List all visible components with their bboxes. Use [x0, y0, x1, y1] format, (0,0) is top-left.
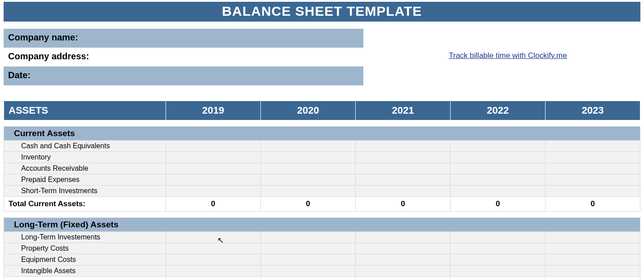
company-info-block: Company name: Company address: Date: Tra…: [4, 29, 640, 92]
total-value[interactable]: 0: [546, 277, 640, 279]
table-header-row: ASSETS 2019 2020 2021 2022 2023: [4, 101, 640, 120]
total-value[interactable]: 0: [451, 197, 546, 212]
cell-input[interactable]: [356, 174, 451, 186]
cell-input[interactable]: [166, 163, 261, 174]
cell-input[interactable]: [356, 243, 451, 254]
cell-input[interactable]: [451, 254, 546, 266]
total-label[interactable]: Total Long-Term (Fixed) Assets:: [4, 277, 166, 279]
total-row: Total Current Assets:00000: [4, 197, 640, 212]
cell-input[interactable]: [356, 141, 451, 152]
cell-input[interactable]: [451, 186, 546, 197]
total-value[interactable]: 0: [546, 197, 640, 212]
cell-input[interactable]: [166, 152, 261, 163]
header-year-2021[interactable]: 2021: [356, 101, 451, 120]
table-row: Inventory: [4, 152, 640, 163]
total-label[interactable]: Total Current Assets:: [4, 197, 166, 212]
header-year-2020[interactable]: 2020: [261, 101, 356, 120]
cell-input[interactable]: [546, 232, 640, 243]
cell-input[interactable]: [261, 254, 356, 266]
date-label[interactable]: Date:: [4, 66, 363, 85]
row-label[interactable]: Property Costs: [4, 243, 166, 254]
row-label[interactable]: Inventory: [4, 152, 166, 163]
row-label[interactable]: Short-Term Investments: [4, 186, 166, 197]
cell-input[interactable]: [166, 232, 261, 243]
table-row: Long-Term Investements: [4, 232, 640, 243]
cell-input[interactable]: [261, 174, 356, 186]
cell-input[interactable]: [451, 152, 546, 163]
cell-input[interactable]: [546, 254, 640, 266]
cell-input[interactable]: [546, 163, 640, 174]
cell-input[interactable]: [261, 186, 356, 197]
table-row: Intangible Assets: [4, 266, 640, 277]
cell-input[interactable]: [166, 174, 261, 186]
cell-input[interactable]: [546, 186, 640, 197]
cell-input[interactable]: [451, 266, 546, 277]
table-row: Property Costs: [4, 243, 640, 254]
row-label[interactable]: Prepaid Expenses: [4, 174, 166, 186]
section-title[interactable]: Long-Term (Fixed) Assets: [4, 218, 640, 232]
cell-input[interactable]: [356, 266, 451, 277]
cell-input[interactable]: [356, 186, 451, 197]
total-value[interactable]: 0: [166, 197, 261, 212]
total-value[interactable]: 0: [261, 197, 356, 212]
cell-input[interactable]: [166, 254, 261, 266]
page-title: BALANCE SHEET TEMPLATE: [4, 2, 640, 22]
header-assets[interactable]: ASSETS: [4, 101, 166, 120]
section-row: Current Assets: [4, 127, 640, 141]
clockify-link-area: Track billable time with Clockify.me: [449, 51, 567, 60]
total-value[interactable]: 0: [451, 277, 546, 279]
section-row: Long-Term (Fixed) Assets: [4, 218, 640, 232]
row-label[interactable]: Equipment Costs: [4, 254, 166, 266]
table-row: Equipment Costs: [4, 254, 640, 266]
total-value[interactable]: 0: [356, 277, 451, 279]
cell-input[interactable]: [356, 232, 451, 243]
company-address-label[interactable]: Company address:: [4, 48, 363, 66]
cell-input[interactable]: [356, 152, 451, 163]
cell-input[interactable]: [451, 141, 546, 152]
cell-input[interactable]: [261, 141, 356, 152]
cell-input[interactable]: [546, 152, 640, 163]
table-row: Cash and Cash Equivalents: [4, 141, 640, 152]
table-row: Accounts Receivable: [4, 163, 640, 174]
cell-input[interactable]: [166, 266, 261, 277]
section-title[interactable]: Current Assets: [4, 127, 640, 141]
cell-input[interactable]: [166, 141, 261, 152]
cell-input[interactable]: [261, 266, 356, 277]
row-label[interactable]: Cash and Cash Equivalents: [4, 141, 166, 152]
cell-input[interactable]: [261, 243, 356, 254]
cell-input[interactable]: [451, 243, 546, 254]
table-row: Short-Term Investments: [4, 186, 640, 197]
cell-input[interactable]: [261, 232, 356, 243]
cell-input[interactable]: [166, 243, 261, 254]
table-body: Current AssetsCash and Cash EquivalentsI…: [4, 120, 640, 279]
clockify-link[interactable]: Track billable time with Clockify.me: [449, 51, 567, 60]
company-name-label[interactable]: Company name:: [4, 29, 363, 48]
header-year-2023[interactable]: 2023: [546, 101, 640, 120]
cell-input[interactable]: [261, 163, 356, 174]
sheet-container: BALANCE SHEET TEMPLATE Company name: Com…: [0, 0, 644, 279]
cell-input[interactable]: [261, 152, 356, 163]
row-label[interactable]: Long-Term Investements: [4, 232, 166, 243]
cell-input[interactable]: [451, 174, 546, 186]
cell-input[interactable]: [546, 266, 640, 277]
total-value[interactable]: 0: [356, 197, 451, 212]
row-label[interactable]: Intangible Assets: [4, 266, 166, 277]
cell-input[interactable]: [451, 232, 546, 243]
cell-input[interactable]: [356, 254, 451, 266]
total-value[interactable]: 0: [166, 277, 261, 279]
cell-input[interactable]: [546, 141, 640, 152]
cell-input[interactable]: [451, 163, 546, 174]
assets-table: ASSETS 2019 2020 2021 2022 2023 Current …: [4, 101, 640, 279]
header-year-2022[interactable]: 2022: [451, 101, 546, 120]
row-label[interactable]: Accounts Receivable: [4, 163, 166, 174]
cell-input[interactable]: [166, 186, 261, 197]
cell-input[interactable]: [546, 174, 640, 186]
total-value[interactable]: 0: [261, 277, 356, 279]
table-row: Prepaid Expenses: [4, 174, 640, 186]
cell-input[interactable]: [356, 163, 451, 174]
header-year-2019[interactable]: 2019: [166, 101, 261, 120]
cell-input[interactable]: [546, 243, 640, 254]
total-row: Total Long-Term (Fixed) Assets:00000: [4, 277, 640, 279]
